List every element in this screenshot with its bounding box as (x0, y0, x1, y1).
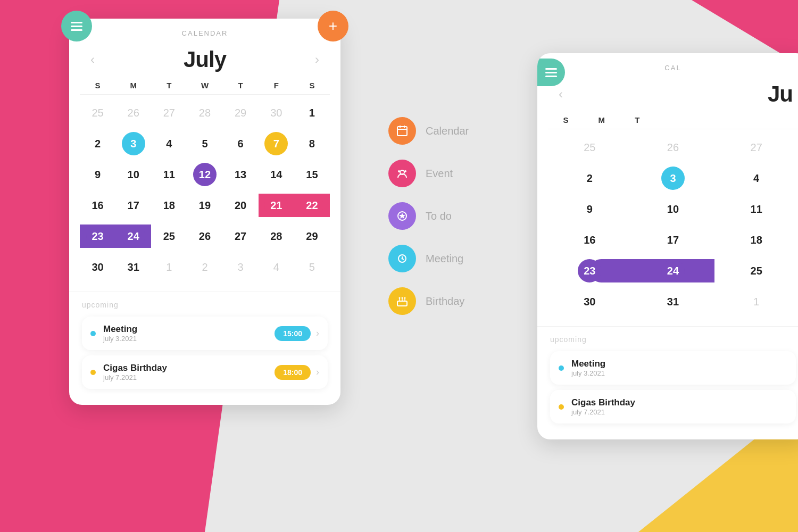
day-27-prev[interactable]: 27 (151, 99, 187, 127)
s-day-26[interactable]: 26 (631, 134, 715, 161)
event-arrow-birthday[interactable]: › (316, 367, 319, 378)
next-month-button[interactable]: › (310, 50, 325, 69)
s-day-11[interactable]: 11 (714, 195, 798, 223)
calendar-icon (396, 124, 409, 137)
event-birthday[interactable]: Cigas Birthday july 7.2021 18:00 › (82, 355, 328, 389)
day-28[interactable]: 28 (259, 222, 294, 250)
month-nav: ‹ July › (69, 43, 340, 81)
second-event-title-meeting: Meeting (571, 359, 787, 369)
day-28-prev[interactable]: 28 (187, 99, 222, 127)
s-day-31[interactable]: 31 (631, 288, 715, 315)
day-25-prev[interactable]: 25 (80, 99, 115, 127)
sidebar-item-todo[interactable]: To do (388, 202, 505, 230)
day-header-f: F (259, 81, 294, 90)
day-12[interactable]: 12 (187, 161, 222, 188)
day-26-prev[interactable]: 26 (115, 99, 151, 127)
svg-marker-8 (399, 213, 405, 219)
day-19[interactable]: 19 (187, 192, 222, 219)
s-day-17[interactable]: 17 (631, 226, 715, 254)
s-day-25b[interactable]: 25 (714, 257, 798, 285)
second-event-info-meeting: Meeting july 3.2021 (571, 359, 787, 377)
day-header-s2: S (294, 81, 330, 90)
day-header-t2: T (223, 81, 259, 90)
day-15[interactable]: 15 (294, 161, 330, 188)
s-day-30[interactable]: 30 (548, 288, 631, 315)
prev-month-button[interactable]: ‹ (85, 50, 100, 69)
sidebar-item-birthday[interactable]: Birthday (388, 287, 505, 315)
second-event-meeting[interactable]: Meeting july 3.2021 (550, 351, 796, 385)
day-26[interactable]: 26 (187, 222, 222, 250)
day-9[interactable]: 9 (80, 161, 115, 188)
day-2[interactable]: 2 (80, 130, 115, 157)
sidebar-item-event[interactable]: Event (388, 160, 505, 187)
s-day-16[interactable]: 16 (548, 226, 631, 254)
event-dot-birthday (90, 370, 96, 375)
day-3[interactable]: 3 (115, 130, 151, 157)
s-day-2[interactable]: 2 (548, 164, 631, 192)
second-prev-month-button[interactable]: ‹ (553, 85, 568, 104)
s-day-1n[interactable]: 1 (714, 288, 798, 315)
day-18[interactable]: 18 (151, 192, 187, 219)
svg-point-18 (402, 297, 403, 299)
day-1[interactable]: 1 (294, 99, 330, 127)
event-time-birthday: 18:00 (275, 365, 311, 380)
event-dot-meeting (90, 331, 96, 336)
day-7[interactable]: 7 (259, 130, 294, 157)
day-1-next[interactable]: 1 (151, 253, 187, 281)
day-6[interactable]: 6 (223, 130, 259, 157)
second-upcoming-section: upcoming Meeting july 3.2021 Cigas Birth… (537, 326, 798, 439)
day-29-prev[interactable]: 29 (223, 99, 259, 127)
day-14[interactable]: 14 (259, 161, 294, 188)
todo-menu-icon (388, 202, 416, 230)
day-20[interactable]: 20 (223, 192, 259, 219)
second-event-dot-birthday (559, 404, 564, 410)
day-31[interactable]: 31 (115, 253, 151, 281)
main-calendar-card: + CALENDAR ‹ July › S M T W T F S 25 26 … (69, 19, 340, 405)
card-header: CALENDAR (69, 19, 340, 43)
day-29[interactable]: 29 (294, 222, 330, 250)
meeting-menu-icon (388, 245, 416, 272)
day-17[interactable]: 17 (115, 192, 151, 219)
sidebar-item-calendar[interactable]: Calendar (388, 117, 505, 145)
day-8[interactable]: 8 (294, 130, 330, 157)
event-arrow-meeting[interactable]: › (316, 328, 319, 339)
day-2-next[interactable]: 2 (187, 253, 222, 281)
day-5-next[interactable]: 5 (294, 253, 330, 281)
day-5[interactable]: 5 (187, 130, 222, 157)
s-day-18[interactable]: 18 (714, 226, 798, 254)
s-day-4[interactable]: 4 (714, 164, 798, 192)
s-day-10[interactable]: 10 (631, 195, 715, 223)
day-27[interactable]: 27 (223, 222, 259, 250)
day-3-next[interactable]: 3 (223, 253, 259, 281)
sidebar-label-birthday: Birthday (426, 295, 464, 307)
s-day-27[interactable]: 27 (714, 134, 798, 161)
second-calendar-grid: S M T 25 26 27 2 3 4 9 10 11 16 17 18 23… (537, 115, 798, 326)
upcoming-section: upcoming Meeting july 3.2021 15:00 › Cig… (69, 292, 340, 405)
days-grid: 25 26 27 28 29 30 1 2 3 4 5 6 7 8 9 10 1… (80, 99, 330, 281)
s-day-23[interactable]: 23 (548, 257, 631, 285)
day-11[interactable]: 11 (151, 161, 187, 188)
day-30[interactable]: 30 (80, 253, 115, 281)
calendar-menu-icon (388, 117, 416, 145)
second-hamburger-icon (545, 68, 557, 77)
s-day-3[interactable]: 3 (631, 164, 715, 192)
s-day-25[interactable]: 25 (548, 134, 631, 161)
day-10[interactable]: 10 (115, 161, 151, 188)
day-16[interactable]: 16 (80, 192, 115, 219)
day-25[interactable]: 25 (151, 222, 187, 250)
day-30-prev[interactable]: 30 (259, 99, 294, 127)
day-13[interactable]: 13 (223, 161, 259, 188)
second-days-grid: 25 26 27 2 3 4 9 10 11 16 17 18 23 24 25… (548, 134, 798, 315)
birthday-icon (396, 295, 409, 307)
event-meeting[interactable]: Meeting july 3.2021 15:00 › (82, 317, 328, 350)
sidebar-item-meeting[interactable]: Meeting (388, 245, 505, 272)
second-menu-button[interactable] (537, 59, 565, 86)
second-event-birthday[interactable]: Cigas Birthday july 7.2021 (550, 390, 796, 423)
second-month-title: Ju (768, 81, 793, 107)
menu-button[interactable] (61, 11, 92, 41)
add-button[interactable]: + (318, 11, 348, 41)
s-day-9[interactable]: 9 (548, 195, 631, 223)
event-time-meeting: 15:00 (275, 326, 311, 341)
day-4[interactable]: 4 (151, 130, 187, 157)
day-4-next[interactable]: 4 (259, 253, 294, 281)
